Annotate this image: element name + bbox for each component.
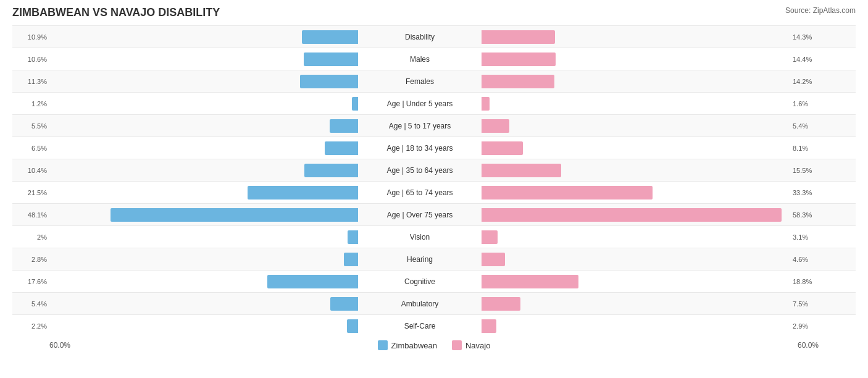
left-bar [111,208,358,222]
left-value: 10.9% [12,33,49,41]
chart-row: 17.6%Cognitive18.8% [12,270,856,292]
row-label: Vision [358,233,482,242]
left-bar-area [49,75,358,88]
left-scale-label: 60.0% [49,341,86,350]
row-label: Age | 5 to 17 years [358,122,482,130]
left-value: 2.2% [12,322,49,330]
chart-header: ZIMBABWEAN VS NAVAJO DISABILITY Source: … [12,6,856,19]
navajo-color-swatch [452,340,462,350]
right-value: 5.4% [790,122,827,130]
right-bar [482,52,556,66]
left-value: 10.6% [12,56,49,63]
chart-row: 2.8%Hearing4.6% [12,248,856,270]
left-bar [300,75,358,88]
left-bar-area [49,164,358,177]
chart-row: 11.3%Females14.2% [12,70,856,92]
right-bar [482,319,496,333]
left-bar-area [49,52,358,66]
left-value: 17.6% [12,278,49,285]
left-bar [304,164,358,177]
chart-row: 5.5%Age | 5 to 17 years5.4% [12,114,856,136]
right-bar [482,75,554,88]
left-bar [344,253,358,266]
chart-row: 10.6%Males14.4% [12,48,856,70]
row-label: Age | Over 75 years [358,211,482,219]
left-bar-area [49,319,358,333]
left-bar [304,52,358,66]
right-bar-area [482,141,790,155]
right-value: 7.5% [790,300,827,308]
right-bar-area [482,52,790,66]
left-bar [330,297,358,311]
right-bar-area [482,186,790,200]
chart-row: 10.4%Age | 35 to 64 years15.5% [12,159,856,181]
right-bar [482,30,555,44]
legend-zimbabwean: Zimbabwean [378,340,437,350]
chart-footer: 60.0% Zimbabwean Navajo 60.0% [12,340,856,350]
left-bar-area [49,275,358,288]
left-value: 2% [12,233,49,241]
left-bar [302,30,358,44]
right-bar [482,141,523,155]
right-bar-area [482,275,790,288]
right-bar-area [482,297,790,311]
right-value: 14.4% [790,56,827,63]
right-bar-area [482,30,790,44]
row-label: Males [358,55,482,64]
right-value: 8.1% [790,145,827,152]
left-value: 11.3% [12,78,49,85]
row-label: Age | 65 to 74 years [358,188,482,197]
chart-legend: Zimbabwean Navajo [86,340,782,350]
row-label: Self-Care [358,322,482,330]
left-value: 5.4% [12,300,49,308]
chart-row: 2.2%Self-Care2.9% [12,314,856,337]
chart-row: 2%Vision3.1% [12,225,856,248]
right-bar-area [482,319,790,333]
right-bar [482,275,578,288]
left-bar-area [49,253,358,266]
row-label: Age | 35 to 64 years [358,166,482,175]
left-bar-area [49,208,358,222]
row-label: Cognitive [358,277,482,286]
right-bar-area [482,75,790,88]
left-bar [348,230,358,244]
left-value: 6.5% [12,145,49,152]
right-bar-area [482,164,790,177]
right-value: 58.3% [790,211,827,219]
left-bar [325,141,358,155]
row-label: Age | 18 to 34 years [358,144,482,153]
right-bar [482,230,498,244]
left-value: 21.5% [12,189,49,196]
chart-title: ZIMBABWEAN VS NAVAJO DISABILITY [12,6,220,19]
right-value: 14.2% [790,78,827,85]
chart-row: 6.5%Age | 18 to 34 years8.1% [12,136,856,159]
right-bar [482,297,520,311]
left-value: 2.8% [12,256,49,263]
left-bar [352,97,358,111]
left-bar-area [49,230,358,244]
row-label: Ambulatory [358,300,482,308]
left-value: 10.4% [12,167,49,174]
left-bar [347,319,358,333]
row-label: Disability [358,33,482,41]
left-bar-area [49,119,358,133]
right-scale-label: 60.0% [782,341,819,350]
right-bar [482,208,782,222]
row-label: Females [358,77,482,86]
right-bar [482,119,509,133]
right-value: 15.5% [790,167,827,174]
left-value: 1.2% [12,100,49,107]
right-value: 4.6% [790,256,827,263]
right-value: 33.3% [790,189,827,196]
right-bar [482,253,505,266]
chart-area: 10.9%Disability14.3%10.6%Males14.4%11.3%… [12,25,856,337]
right-bar-area [482,97,790,111]
left-bar [267,275,358,288]
left-value: 48.1% [12,211,49,219]
chart-row: 10.9%Disability14.3% [12,25,856,48]
right-value: 14.3% [790,33,827,41]
left-bar [248,186,358,200]
row-label: Age | Under 5 years [358,99,482,108]
chart-row: 48.1%Age | Over 75 years58.3% [12,203,856,225]
right-bar [482,164,561,177]
